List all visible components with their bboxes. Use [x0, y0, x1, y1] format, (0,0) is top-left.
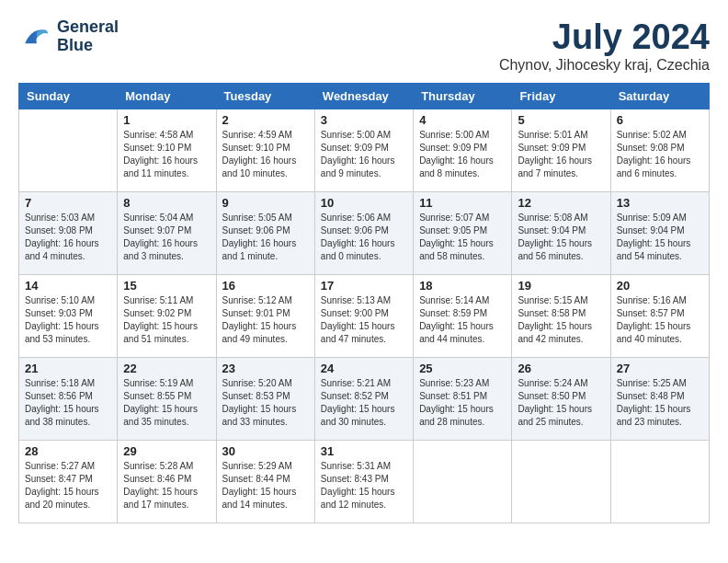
header-monday: Monday	[118, 83, 216, 109]
calendar-cell: 31Sunrise: 5:31 AM Sunset: 8:43 PM Dayli…	[314, 440, 413, 523]
calendar-cell: 20Sunrise: 5:16 AM Sunset: 8:57 PM Dayli…	[610, 274, 709, 357]
calendar-cell	[610, 440, 709, 523]
calendar-week-3: 14Sunrise: 5:10 AM Sunset: 9:03 PM Dayli…	[19, 274, 710, 357]
day-number: 1	[123, 113, 210, 127]
day-info: Sunrise: 5:05 AM Sunset: 9:06 PM Dayligh…	[222, 212, 309, 263]
day-info: Sunrise: 5:24 AM Sunset: 8:50 PM Dayligh…	[518, 377, 604, 429]
day-number: 9	[222, 196, 309, 210]
header-wednesday: Wednesday	[314, 83, 413, 109]
day-info: Sunrise: 4:58 AM Sunset: 9:10 PM Dayligh…	[123, 129, 210, 180]
calendar-week-2: 7Sunrise: 5:03 AM Sunset: 9:08 PM Daylig…	[19, 191, 710, 274]
calendar-cell: 26Sunrise: 5:24 AM Sunset: 8:50 PM Dayli…	[512, 357, 610, 440]
calendar-cell: 4Sunrise: 5:00 AM Sunset: 9:09 PM Daylig…	[414, 109, 512, 191]
calendar-cell: 19Sunrise: 5:15 AM Sunset: 8:58 PM Dayli…	[512, 274, 610, 357]
calendar-week-1: 1Sunrise: 4:58 AM Sunset: 9:10 PM Daylig…	[19, 109, 710, 191]
day-info: Sunrise: 5:28 AM Sunset: 8:46 PM Dayligh…	[123, 460, 210, 511]
calendar-cell: 13Sunrise: 5:09 AM Sunset: 9:04 PM Dayli…	[610, 191, 709, 274]
calendar-cell: 24Sunrise: 5:21 AM Sunset: 8:52 PM Dayli…	[314, 357, 413, 440]
day-info: Sunrise: 5:21 AM Sunset: 8:52 PM Dayligh…	[321, 377, 407, 429]
calendar-cell: 3Sunrise: 5:00 AM Sunset: 9:09 PM Daylig…	[314, 109, 413, 191]
calendar-week-5: 28Sunrise: 5:27 AM Sunset: 8:47 PM Dayli…	[19, 440, 710, 523]
day-info: Sunrise: 5:07 AM Sunset: 9:05 PM Dayligh…	[419, 212, 506, 263]
calendar-cell: 21Sunrise: 5:18 AM Sunset: 8:56 PM Dayli…	[19, 357, 118, 440]
calendar-header-row: SundayMondayTuesdayWednesdayThursdayFrid…	[19, 83, 710, 109]
day-info: Sunrise: 5:04 AM Sunset: 9:07 PM Dayligh…	[123, 212, 210, 263]
calendar-cell	[414, 440, 512, 523]
day-number: 24	[321, 362, 407, 375]
day-info: Sunrise: 5:27 AM Sunset: 8:47 PM Dayligh…	[25, 460, 111, 511]
calendar-cell: 25Sunrise: 5:23 AM Sunset: 8:51 PM Dayli…	[414, 357, 512, 440]
header-thursday: Thursday	[414, 83, 512, 109]
day-number: 28	[25, 444, 111, 458]
calendar-cell: 30Sunrise: 5:29 AM Sunset: 8:44 PM Dayli…	[216, 440, 314, 523]
calendar-cell: 12Sunrise: 5:08 AM Sunset: 9:04 PM Dayli…	[512, 191, 610, 274]
day-number: 3	[321, 113, 407, 127]
day-info: Sunrise: 5:13 AM Sunset: 9:00 PM Dayligh…	[321, 294, 407, 346]
day-info: Sunrise: 5:29 AM Sunset: 8:44 PM Dayligh…	[222, 460, 309, 511]
title-block: July 2024 Chynov, Jihocesky kraj, Czechi…	[499, 18, 710, 74]
day-number: 21	[25, 362, 111, 375]
day-number: 29	[123, 444, 210, 458]
calendar-week-4: 21Sunrise: 5:18 AM Sunset: 8:56 PM Dayli…	[19, 357, 710, 440]
day-number: 22	[123, 362, 210, 375]
calendar-cell: 14Sunrise: 5:10 AM Sunset: 9:03 PM Dayli…	[19, 274, 118, 357]
day-number: 7	[25, 196, 111, 210]
day-number: 2	[222, 113, 309, 127]
calendar-cell: 1Sunrise: 4:58 AM Sunset: 9:10 PM Daylig…	[118, 109, 216, 191]
calendar-cell: 5Sunrise: 5:01 AM Sunset: 9:09 PM Daylig…	[512, 109, 610, 191]
calendar-cell: 23Sunrise: 5:20 AM Sunset: 8:53 PM Dayli…	[216, 357, 314, 440]
day-number: 14	[25, 279, 111, 293]
calendar-cell: 16Sunrise: 5:12 AM Sunset: 9:01 PM Dayli…	[216, 274, 314, 357]
day-number: 15	[123, 279, 210, 293]
header-sunday: Sunday	[19, 83, 118, 109]
day-info: Sunrise: 5:25 AM Sunset: 8:48 PM Dayligh…	[617, 377, 703, 429]
calendar-cell: 11Sunrise: 5:07 AM Sunset: 9:05 PM Dayli…	[414, 191, 512, 274]
calendar-cell: 8Sunrise: 5:04 AM Sunset: 9:07 PM Daylig…	[118, 191, 216, 274]
day-number: 11	[419, 196, 506, 210]
day-number: 16	[222, 279, 309, 293]
day-number: 6	[617, 113, 703, 127]
day-info: Sunrise: 5:02 AM Sunset: 9:08 PM Dayligh…	[617, 129, 703, 180]
day-number: 31	[321, 444, 407, 458]
day-number: 8	[123, 196, 210, 210]
logo-text: General Blue	[57, 18, 119, 55]
calendar-cell: 9Sunrise: 5:05 AM Sunset: 9:06 PM Daylig…	[216, 191, 314, 274]
day-number: 23	[222, 362, 309, 375]
location-subtitle: Chynov, Jihocesky kraj, Czechia	[499, 57, 710, 74]
day-info: Sunrise: 5:01 AM Sunset: 9:09 PM Dayligh…	[518, 129, 604, 180]
day-info: Sunrise: 5:16 AM Sunset: 8:57 PM Dayligh…	[617, 294, 703, 346]
day-number: 26	[518, 362, 604, 375]
day-number: 17	[321, 279, 407, 293]
day-number: 19	[518, 279, 604, 293]
calendar-cell: 22Sunrise: 5:19 AM Sunset: 8:55 PM Dayli…	[118, 357, 216, 440]
calendar-cell	[512, 440, 610, 523]
day-info: Sunrise: 5:08 AM Sunset: 9:04 PM Dayligh…	[518, 212, 604, 263]
calendar-cell: 10Sunrise: 5:06 AM Sunset: 9:06 PM Dayli…	[314, 191, 413, 274]
day-number: 10	[321, 196, 407, 210]
logo: General Blue	[18, 18, 119, 55]
day-info: Sunrise: 5:03 AM Sunset: 9:08 PM Dayligh…	[25, 212, 111, 263]
calendar-cell: 6Sunrise: 5:02 AM Sunset: 9:08 PM Daylig…	[610, 109, 709, 191]
day-number: 13	[617, 196, 703, 210]
month-year-title: July 2024	[499, 18, 710, 57]
day-number: 20	[617, 279, 703, 293]
header-friday: Friday	[512, 83, 610, 109]
day-info: Sunrise: 5:00 AM Sunset: 9:09 PM Dayligh…	[419, 129, 506, 180]
day-info: Sunrise: 4:59 AM Sunset: 9:10 PM Dayligh…	[222, 129, 309, 180]
day-info: Sunrise: 5:11 AM Sunset: 9:02 PM Dayligh…	[123, 294, 210, 346]
day-number: 18	[419, 279, 506, 293]
header-tuesday: Tuesday	[216, 83, 314, 109]
page-header: General Blue July 2024 Chynov, Jihocesky…	[18, 18, 710, 74]
day-number: 4	[419, 113, 506, 127]
day-number: 12	[518, 196, 604, 210]
calendar-cell: 15Sunrise: 5:11 AM Sunset: 9:02 PM Dayli…	[118, 274, 216, 357]
day-info: Sunrise: 5:23 AM Sunset: 8:51 PM Dayligh…	[419, 377, 506, 429]
day-info: Sunrise: 5:15 AM Sunset: 8:58 PM Dayligh…	[518, 294, 604, 346]
calendar-cell	[19, 109, 118, 191]
logo-icon	[18, 20, 51, 53]
day-info: Sunrise: 5:12 AM Sunset: 9:01 PM Dayligh…	[222, 294, 309, 346]
day-info: Sunrise: 5:20 AM Sunset: 8:53 PM Dayligh…	[222, 377, 309, 429]
calendar-cell: 17Sunrise: 5:13 AM Sunset: 9:00 PM Dayli…	[314, 274, 413, 357]
day-info: Sunrise: 5:31 AM Sunset: 8:43 PM Dayligh…	[321, 460, 407, 511]
calendar-cell: 2Sunrise: 4:59 AM Sunset: 9:10 PM Daylig…	[216, 109, 314, 191]
